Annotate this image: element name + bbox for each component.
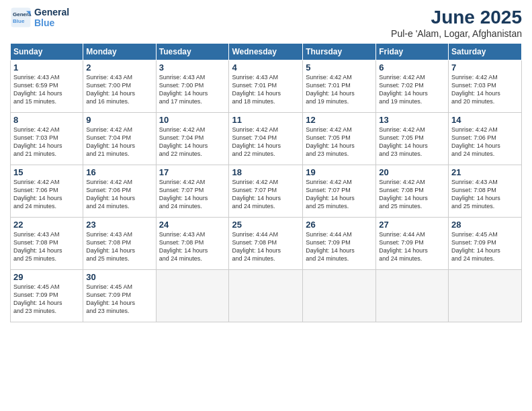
day-info: Sunrise: 4:44 AM Sunset: 7:09 PM Dayligh…: [379, 230, 445, 263]
day-info: Sunrise: 4:45 AM Sunset: 7:09 PM Dayligh…: [13, 283, 80, 316]
day-info: Sunrise: 4:43 AM Sunset: 7:08 PM Dayligh…: [86, 230, 152, 263]
calendar-cell: 30Sunrise: 4:45 AM Sunset: 7:09 PM Dayli…: [83, 270, 156, 322]
day-number: 21: [451, 167, 519, 177]
calendar-cell: 16Sunrise: 4:42 AM Sunset: 7:06 PM Dayli…: [83, 165, 156, 218]
calendar-cell: 8Sunrise: 4:42 AM Sunset: 7:03 PM Daylig…: [11, 113, 83, 165]
calendar-header-row: SundayMondayTuesdayWednesdayThursdayFrid…: [11, 44, 522, 60]
day-info: Sunrise: 4:42 AM Sunset: 7:07 PM Dayligh…: [232, 178, 300, 211]
page: General Blue General Blue June 2025 Pul-…: [0, 0, 532, 411]
calendar-week-5: 29Sunrise: 4:45 AM Sunset: 7:09 PM Dayli…: [11, 270, 522, 322]
day-info: Sunrise: 4:42 AM Sunset: 7:04 PM Dayligh…: [159, 126, 226, 158]
day-info: Sunrise: 4:44 AM Sunset: 7:08 PM Dayligh…: [232, 230, 300, 263]
calendar-cell: 1Sunrise: 4:43 AM Sunset: 6:59 PM Daylig…: [11, 60, 83, 113]
calendar-cell: 7Sunrise: 4:42 AM Sunset: 7:03 PM Daylig…: [449, 60, 522, 113]
calendar: SundayMondayTuesdayWednesdayThursdayFrid…: [10, 43, 522, 322]
day-number: 15: [13, 167, 80, 177]
calendar-cell: 15Sunrise: 4:42 AM Sunset: 7:06 PM Dayli…: [11, 165, 83, 218]
day-number: 25: [232, 220, 300, 230]
day-info: Sunrise: 4:45 AM Sunset: 7:09 PM Dayligh…: [451, 230, 519, 263]
calendar-cell: 18Sunrise: 4:42 AM Sunset: 7:07 PM Dayli…: [229, 165, 303, 218]
day-number: 17: [159, 167, 226, 177]
subtitle: Pul-e 'Alam, Logar, Afghanistan: [391, 28, 522, 39]
calendar-week-4: 22Sunrise: 4:43 AM Sunset: 7:08 PM Dayli…: [11, 218, 522, 270]
calendar-cell: [156, 270, 229, 322]
day-header-tuesday: Tuesday: [156, 44, 229, 60]
calendar-cell: [376, 270, 449, 322]
calendar-cell: [449, 270, 522, 322]
logo-text: General Blue: [34, 7, 69, 28]
calendar-cell: 2Sunrise: 4:43 AM Sunset: 7:00 PM Daylig…: [83, 60, 156, 113]
day-header-wednesday: Wednesday: [229, 44, 303, 60]
calendar-cell: 4Sunrise: 4:43 AM Sunset: 7:01 PM Daylig…: [229, 60, 303, 113]
day-number: 1: [13, 62, 80, 73]
day-info: Sunrise: 4:42 AM Sunset: 7:03 PM Dayligh…: [13, 126, 80, 158]
day-info: Sunrise: 4:42 AM Sunset: 7:06 PM Dayligh…: [13, 178, 80, 211]
calendar-cell: 14Sunrise: 4:42 AM Sunset: 7:06 PM Dayli…: [449, 113, 522, 165]
svg-text:Blue: Blue: [13, 18, 25, 24]
day-info: Sunrise: 4:43 AM Sunset: 7:00 PM Dayligh…: [159, 73, 226, 106]
day-header-monday: Monday: [83, 44, 156, 60]
calendar-cell: 5Sunrise: 4:42 AM Sunset: 7:01 PM Daylig…: [303, 60, 376, 113]
title-area: June 2025 Pul-e 'Alam, Logar, Afghanista…: [391, 7, 522, 39]
day-number: 26: [306, 220, 373, 230]
day-header-sunday: Sunday: [11, 44, 83, 60]
day-number: 8: [13, 115, 80, 125]
day-number: 11: [232, 115, 300, 125]
calendar-cell: 25Sunrise: 4:44 AM Sunset: 7:08 PM Dayli…: [229, 218, 303, 270]
day-number: 5: [306, 62, 373, 73]
day-info: Sunrise: 4:42 AM Sunset: 7:03 PM Dayligh…: [451, 73, 519, 106]
day-number: 4: [232, 62, 300, 73]
day-info: Sunrise: 4:43 AM Sunset: 7:01 PM Dayligh…: [232, 73, 300, 106]
day-info: Sunrise: 4:44 AM Sunset: 7:09 PM Dayligh…: [306, 230, 373, 263]
day-number: 18: [232, 167, 300, 177]
calendar-cell: 9Sunrise: 4:42 AM Sunset: 7:04 PM Daylig…: [83, 113, 156, 165]
day-number: 16: [86, 167, 152, 177]
logo: General Blue General Blue: [10, 7, 69, 28]
calendar-cell: 10Sunrise: 4:42 AM Sunset: 7:04 PM Dayli…: [156, 113, 229, 165]
calendar-cell: 29Sunrise: 4:45 AM Sunset: 7:09 PM Dayli…: [11, 270, 83, 322]
day-number: 13: [379, 115, 445, 125]
day-info: Sunrise: 4:43 AM Sunset: 7:00 PM Dayligh…: [86, 73, 152, 106]
day-number: 9: [86, 115, 152, 125]
day-number: 22: [13, 220, 80, 230]
calendar-cell: 19Sunrise: 4:42 AM Sunset: 7:07 PM Dayli…: [303, 165, 376, 218]
calendar-cell: 3Sunrise: 4:43 AM Sunset: 7:00 PM Daylig…: [156, 60, 229, 113]
day-info: Sunrise: 4:42 AM Sunset: 7:06 PM Dayligh…: [451, 126, 519, 158]
calendar-cell: 20Sunrise: 4:42 AM Sunset: 7:08 PM Dayli…: [376, 165, 449, 218]
logo-icon: General Blue: [10, 7, 32, 28]
calendar-week-1: 1Sunrise: 4:43 AM Sunset: 6:59 PM Daylig…: [11, 60, 522, 113]
day-header-thursday: Thursday: [303, 44, 376, 60]
day-info: Sunrise: 4:42 AM Sunset: 7:02 PM Dayligh…: [379, 73, 445, 106]
header: General Blue General Blue June 2025 Pul-…: [10, 7, 522, 39]
day-number: 27: [379, 220, 445, 230]
day-number: 29: [13, 272, 80, 282]
day-number: 2: [86, 62, 152, 73]
calendar-cell: 26Sunrise: 4:44 AM Sunset: 7:09 PM Dayli…: [303, 218, 376, 270]
calendar-cell: [303, 270, 376, 322]
calendar-cell: 17Sunrise: 4:42 AM Sunset: 7:07 PM Dayli…: [156, 165, 229, 218]
calendar-cell: 12Sunrise: 4:42 AM Sunset: 7:05 PM Dayli…: [303, 113, 376, 165]
calendar-cell: 24Sunrise: 4:43 AM Sunset: 7:08 PM Dayli…: [156, 218, 229, 270]
day-info: Sunrise: 4:42 AM Sunset: 7:04 PM Dayligh…: [86, 126, 152, 158]
day-info: Sunrise: 4:43 AM Sunset: 7:08 PM Dayligh…: [13, 230, 80, 263]
day-number: 7: [451, 62, 519, 73]
day-number: 3: [159, 62, 226, 73]
day-number: 28: [451, 220, 519, 230]
calendar-cell: 21Sunrise: 4:43 AM Sunset: 7:08 PM Dayli…: [449, 165, 522, 218]
calendar-week-3: 15Sunrise: 4:42 AM Sunset: 7:06 PM Dayli…: [11, 165, 522, 218]
day-info: Sunrise: 4:43 AM Sunset: 7:08 PM Dayligh…: [451, 178, 519, 211]
calendar-cell: 11Sunrise: 4:42 AM Sunset: 7:04 PM Dayli…: [229, 113, 303, 165]
calendar-cell: [229, 270, 303, 322]
day-number: 10: [159, 115, 226, 125]
day-number: 20: [379, 167, 445, 177]
day-number: 19: [306, 167, 373, 177]
day-number: 30: [86, 272, 152, 282]
day-info: Sunrise: 4:42 AM Sunset: 7:05 PM Dayligh…: [306, 126, 373, 158]
day-info: Sunrise: 4:42 AM Sunset: 7:08 PM Dayligh…: [379, 178, 445, 211]
day-info: Sunrise: 4:42 AM Sunset: 7:04 PM Dayligh…: [232, 126, 300, 158]
day-number: 6: [379, 62, 445, 73]
day-info: Sunrise: 4:42 AM Sunset: 7:07 PM Dayligh…: [159, 178, 226, 211]
day-number: 12: [306, 115, 373, 125]
main-title: June 2025: [391, 7, 522, 28]
day-info: Sunrise: 4:45 AM Sunset: 7:09 PM Dayligh…: [86, 283, 152, 316]
